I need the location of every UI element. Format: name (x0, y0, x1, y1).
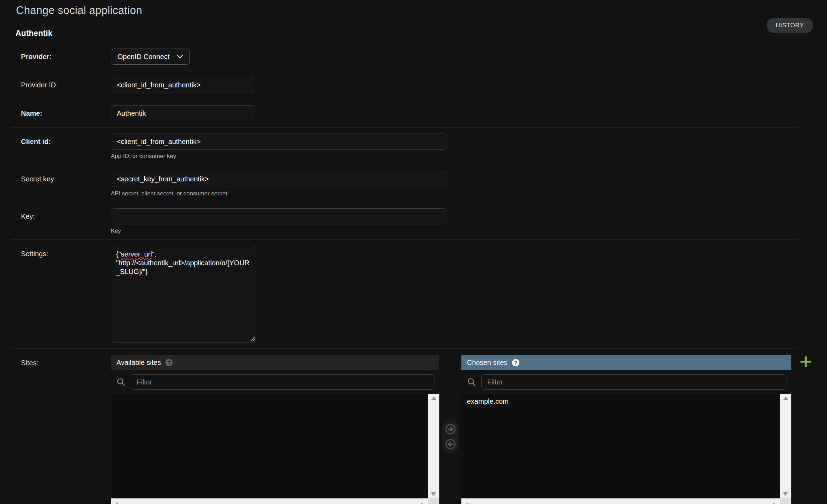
scroll-down-arrow-icon[interactable] (783, 492, 788, 496)
choose-arrow-button[interactable] (445, 423, 456, 435)
vertical-scrollbar[interactable] (780, 394, 791, 498)
key-label: Key: (10, 208, 111, 224)
scroll-up-arrow-icon[interactable] (431, 396, 437, 400)
secret-key-help: API secret, client secret, or consumer s… (111, 190, 447, 197)
client-id-input[interactable] (111, 134, 447, 150)
settings-label: Settings: (10, 246, 111, 262)
chosen-filter-row (461, 370, 791, 394)
available-sites-list[interactable] (111, 394, 439, 504)
scrollbar-corner (428, 498, 439, 504)
settings-misspelled-word: server_url (121, 250, 152, 258)
arrow-right-icon (445, 424, 456, 434)
available-filter-input[interactable] (131, 374, 434, 390)
provider-id-label: Provider ID: (10, 77, 111, 93)
form-row-provider: Provider: OpenID Connect (10, 43, 798, 71)
help-icon[interactable]: ? (165, 359, 173, 366)
page-title: Change social application (16, 4, 142, 17)
search-icon (467, 377, 476, 387)
name-label: Name: (10, 105, 111, 121)
scroll-down-arrow-icon[interactable] (431, 492, 436, 496)
form-row-settings: Settings: {"server_url": "http://<authen… (10, 240, 798, 349)
remove-arrow-button[interactable] (445, 438, 456, 450)
settings-text: "http://<authentik_url>/application/o/[Y… (116, 259, 250, 275)
chosen-sites-title: Chosen sites (467, 359, 508, 367)
chosen-sites-header: Chosen sites ? (461, 355, 791, 370)
vertical-scrollbar[interactable] (428, 394, 439, 498)
chosen-sites-box: Chosen sites ? example.com (461, 355, 791, 504)
add-site-icon[interactable]: + (799, 353, 813, 369)
search-icon (116, 377, 125, 387)
horizontal-scrollbar[interactable] (111, 498, 428, 504)
scrollbar-corner (780, 498, 791, 504)
provider-label: Provider: (10, 49, 111, 65)
history-button[interactable]: HISTORY (767, 18, 813, 33)
client-id-label: Client id: (10, 134, 111, 150)
settings-text: ": (152, 250, 158, 258)
client-id-help: App ID, or consumer key (111, 153, 447, 160)
scroll-left-arrow-icon[interactable] (465, 502, 468, 504)
available-sites-header: Available sites ? (111, 355, 439, 370)
selector-gap (439, 355, 461, 504)
scroll-left-arrow-icon[interactable] (114, 502, 118, 504)
change-form: Provider: OpenID Connect Provider ID: Na… (10, 43, 798, 504)
form-row-provider-id: Provider ID: (10, 71, 798, 99)
available-sites-box: Available sites ? (111, 355, 439, 504)
object-heading: Authentik (15, 29, 52, 38)
key-input[interactable] (111, 208, 447, 224)
chosen-sites-list[interactable]: example.com (461, 394, 791, 504)
list-item[interactable]: example.com (461, 394, 514, 409)
settings-textarea[interactable]: {"server_url": "http://<authentik_url>/a… (111, 246, 256, 343)
provider-id-input[interactable] (111, 77, 254, 93)
available-sites-title: Available sites (116, 359, 161, 367)
form-row-name: Name: (10, 99, 798, 128)
scroll-right-arrow-icon[interactable] (773, 502, 777, 504)
name-input[interactable] (111, 105, 254, 121)
form-row-client-id: Client id: App ID, or consumer key (10, 128, 798, 165)
secret-key-label: Secret key: (10, 171, 111, 187)
available-filter-row (111, 370, 439, 394)
secret-key-input[interactable] (111, 171, 447, 187)
form-row-sites: Sites: Available sites ? (10, 349, 798, 504)
provider-select-value: OpenID Connect (117, 53, 170, 61)
textarea-resize-handle[interactable] (250, 336, 255, 341)
chosen-filter-input[interactable] (481, 374, 786, 390)
provider-select[interactable]: OpenID Connect (111, 49, 190, 65)
change-social-application-page: Change social application HISTORY Authen… (0, 0, 827, 504)
key-help: Key (111, 228, 447, 235)
form-row-key: Key: Key (10, 202, 798, 240)
form-row-secret-key: Secret key: API secret, client secret, o… (10, 165, 798, 202)
chevron-down-icon (177, 55, 183, 59)
help-icon[interactable]: ? (512, 359, 519, 366)
settings-text: {" (116, 250, 121, 258)
scroll-right-arrow-icon[interactable] (421, 502, 425, 504)
scroll-up-arrow-icon[interactable] (783, 396, 789, 400)
move-buttons (442, 420, 459, 454)
horizontal-scrollbar[interactable] (461, 498, 780, 504)
sites-label: Sites: (10, 355, 111, 371)
arrow-left-icon (445, 439, 456, 449)
